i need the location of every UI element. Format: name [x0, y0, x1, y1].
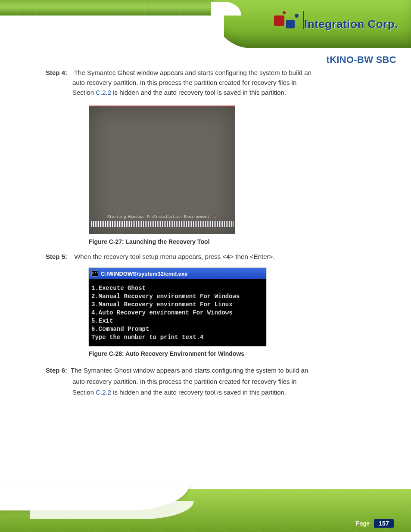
brand-name: Integration Corp.	[304, 18, 398, 31]
page-header: Integration Corp.	[0, 0, 411, 48]
step6-text-b: auto recovery partition. In this process…	[46, 376, 296, 387]
step4-number: Step 4:	[46, 69, 72, 76]
brand: Integration Corp.	[274, 11, 398, 31]
page-number: Page 157	[355, 519, 394, 528]
footer-curve-inner	[30, 501, 194, 519]
cmd-body: 1.Execute Ghost 2.Manual Recovery enviro…	[89, 279, 266, 346]
figure1-progress-bar	[90, 221, 234, 227]
step6-text-c2: is hidden and the auto recovery tool is …	[111, 389, 286, 396]
figure1-redline	[89, 106, 235, 106]
page-content: Step 4: The Symantec Ghost window appear…	[46, 69, 373, 398]
step6-number: Step 6:	[46, 367, 67, 374]
header-white-fill	[0, 16, 224, 48]
product-model-label: tKINO-BW SBC	[327, 54, 396, 65]
cmd-icon: C:\	[91, 271, 98, 277]
page-footer: Page 157	[0, 489, 411, 532]
step4-line1: Step 4: The Symantec Ghost window appear…	[46, 69, 373, 76]
step4-text-c2: is hidden and the auto recovery tool is …	[111, 89, 286, 96]
figure1-caption: Figure C-27: Launching the Recovery Tool	[89, 238, 373, 245]
step5-line: Step 5: When the recovery tool setup men…	[46, 253, 373, 260]
page-label: Page	[355, 520, 370, 527]
figure2-caption: Figure C-28: Auto Recovery Environment f…	[89, 350, 373, 357]
step5-key: 4	[226, 253, 230, 260]
step5-number: Step 5:	[46, 253, 72, 260]
step5-text-a: When the recovery tool setup menu appear…	[74, 253, 226, 260]
section-ref: C.2.2	[96, 89, 111, 96]
step5-text-b: > then <Enter>.	[230, 253, 275, 260]
figure1-boot-message: Starting Windows PreInstallation Environ…	[107, 215, 217, 219]
figure-cmd-window: C:\ C:\WINDOWS\system32\cmd.exe 1.Execut…	[89, 268, 266, 346]
page-number-value: 157	[374, 519, 394, 528]
step6-text-c1: Section	[46, 389, 96, 396]
step4-text-a: The Symantec Ghost window appears and st…	[74, 69, 311, 76]
cmd-title: C:\WINDOWS\system32\cmd.exe	[101, 271, 188, 277]
brand-logo-icon	[274, 11, 302, 31]
section-ref-2: C.2.2	[96, 389, 111, 396]
step6-text-a: The Symantec Ghost window appears and st…	[71, 367, 308, 374]
step4-text-c1: Section	[72, 89, 96, 96]
step4-line3: Section C.2.2 is hidden and the auto rec…	[46, 89, 373, 96]
step4-line2: auto recovery partition. In this process…	[46, 79, 373, 86]
step6-paragraph: Step 6: The Symantec Ghost window appear…	[46, 365, 373, 398]
figure-recovery-boot: Starting Windows PreInstallation Environ…	[89, 106, 235, 234]
cmd-titlebar: C:\ C:\WINDOWS\system32\cmd.exe	[89, 268, 266, 279]
